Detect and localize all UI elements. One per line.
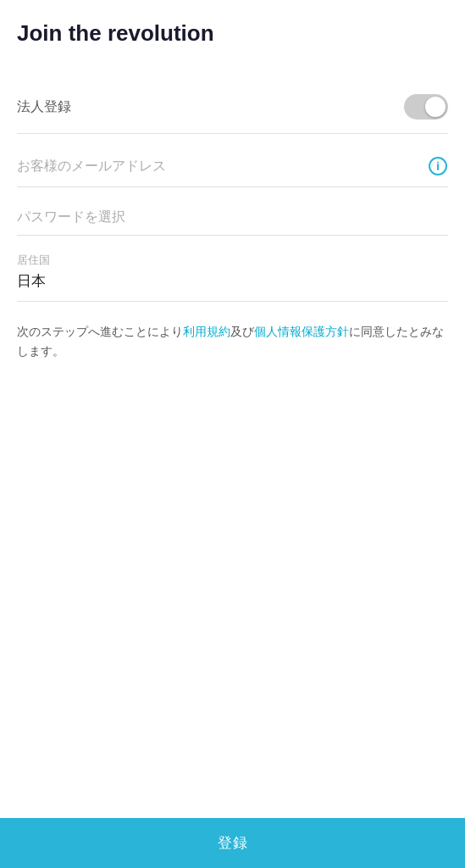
email-field-row	[17, 141, 448, 187]
terms-link[interactable]: 利用規約	[183, 325, 230, 338]
corporate-toggle-switch[interactable]	[404, 94, 448, 120]
toggle-knob	[425, 97, 446, 117]
country-label: 居住国	[17, 253, 448, 268]
password-input[interactable]	[17, 209, 448, 225]
terms-middle: 及び	[230, 325, 254, 338]
email-input[interactable]	[17, 159, 421, 174]
country-value: 日本	[17, 271, 448, 291]
terms-text: 次のステップへ進むことにより利用規約及び個人情報保護方針に同意したとみなします。	[17, 322, 448, 360]
page-title: Join the revolution	[17, 20, 448, 47]
registration-form: 法人登録 居住国 日本 次のステップへ進むことにより利用規約及	[17, 81, 448, 360]
register-button[interactable]: 登録	[218, 833, 247, 853]
password-field-row	[17, 194, 448, 236]
bottom-bar: 登録	[0, 818, 465, 868]
terms-prefix: 次のステップへ進むことにより	[17, 325, 183, 338]
corporate-toggle-row: 法人登録	[17, 81, 448, 134]
svg-point-2	[437, 162, 439, 164]
corporate-toggle-label: 法人登録	[17, 98, 71, 116]
country-field[interactable]: 居住国 日本	[17, 242, 448, 302]
info-icon	[428, 156, 448, 176]
main-content: Join the revolution 法人登録 居住国 日本	[0, 0, 465, 868]
privacy-link[interactable]: 個人情報保護方針	[254, 325, 349, 338]
